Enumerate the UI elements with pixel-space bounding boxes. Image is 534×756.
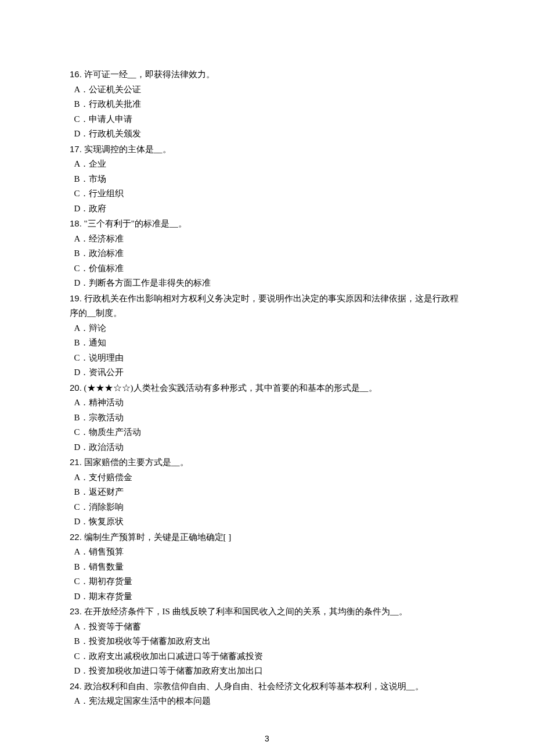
- question-text: 23. 在开放经济条件下，IS 曲线反映了利率和国民收入之间的关系，其均衡的条件…: [70, 604, 464, 620]
- questions-container: 16. 许可证一经__，即获得法律效力。A．公证机关公证B．行政机关批准C．申请…: [70, 67, 464, 709]
- question-block: 21. 国家赔偿的主要方式是__。A．支付赔偿金B．返还财产C．消除影响D．恢复…: [70, 455, 464, 530]
- answer-option: C．政府支出减税收加出口减进口等于储蓄减投资: [70, 649, 464, 664]
- answer-option: B．通知: [70, 336, 464, 351]
- question-number: 23.: [70, 606, 82, 616]
- answer-option: A．企业: [70, 157, 464, 172]
- answer-option: A．经济标准: [70, 232, 464, 247]
- answer-option: C．申请人申请: [70, 112, 464, 127]
- question-body: 国家赔偿的主要方式是__。: [82, 458, 189, 467]
- question-text: 21. 国家赔偿的主要方式是__。: [70, 455, 464, 470]
- question-number: 21.: [70, 457, 82, 467]
- answer-option: B．政治标准: [70, 246, 464, 261]
- answer-option: D．资讯公开: [70, 365, 464, 380]
- answer-option: A．宪法规定国家生活中的根本问题: [70, 694, 464, 709]
- question-block: 17. 实现调控的主体是__。A．企业B．市场C．行业组织D．政府: [70, 142, 464, 217]
- question-text: 16. 许可证一经__，即获得法律效力。: [70, 67, 464, 82]
- question-block: 24. 政治权利和自由、宗教信仰自由、人身自由、社会经济文化权利等基本权利，这说…: [70, 679, 464, 709]
- answer-option: C．期初存货量: [70, 574, 464, 589]
- question-number: 16.: [70, 69, 82, 79]
- question-text: 19. 行政机关在作出影响相对方权利义务决定时，要说明作出决定的事实原因和法律依…: [70, 291, 464, 321]
- answer-option: D．恢复原状: [70, 514, 464, 530]
- answer-option: D．行政机关颁发: [70, 127, 464, 142]
- question-text: 24. 政治权利和自由、宗教信仰自由、人身自由、社会经济文化权利等基本权利，这说…: [70, 679, 464, 694]
- question-body: "三个有利于"的标准是__。: [82, 219, 187, 228]
- question-text: 20. (★★★☆☆)人类社会实践活动有多种形式，其中首要的和基本的形式是__。: [70, 380, 464, 396]
- question-number: 20.: [70, 383, 82, 393]
- answer-option: A．支付赔偿金: [70, 470, 464, 485]
- question-body: 编制生产预算时，关键是正确地确定[ ]: [82, 532, 232, 542]
- answer-option: A．公证机关公证: [70, 82, 464, 98]
- question-body: 行政机关在作出影响相对方权利义务决定时，要说明作出决定的事实原因和法律依据，这是…: [70, 294, 459, 318]
- question-number: 24.: [70, 681, 82, 691]
- answer-option: D．政府: [70, 201, 464, 217]
- answer-option: B．市场: [70, 172, 464, 187]
- question-block: 22. 编制生产预算时，关键是正确地确定[ ]A．销售预算B．销售数量C．期初存…: [70, 530, 464, 604]
- answer-option: C．价值标准: [70, 261, 464, 276]
- question-text: 22. 编制生产预算时，关键是正确地确定[ ]: [70, 530, 464, 545]
- question-body: 在开放经济条件下，IS 曲线反映了利率和国民收入之间的关系，其均衡的条件为__。: [82, 607, 407, 616]
- question-block: 20. (★★★☆☆)人类社会实践活动有多种形式，其中首要的和基本的形式是__。…: [70, 380, 464, 455]
- answer-option: B．销售数量: [70, 560, 464, 575]
- answer-option: C．物质生产活动: [70, 425, 464, 440]
- question-block: 18. "三个有利于"的标准是__。A．经济标准B．政治标准C．价值标准D．判断…: [70, 216, 464, 291]
- answer-option: A．辩论: [70, 321, 464, 336]
- page-number: 3: [70, 732, 464, 746]
- document-page: 16. 许可证一经__，即获得法律效力。A．公证机关公证B．行政机关批准C．申请…: [0, 0, 534, 756]
- question-text: 17. 实现调控的主体是__。: [70, 142, 464, 157]
- answer-option: B．投资加税收等于储蓄加政府支出: [70, 634, 464, 649]
- question-number: 22.: [70, 532, 82, 542]
- answer-option: B．宗教活动: [70, 411, 464, 426]
- answer-option: A．销售预算: [70, 545, 464, 560]
- question-body: 实现调控的主体是__。: [82, 145, 171, 154]
- question-block: 16. 许可证一经__，即获得法律效力。A．公证机关公证B．行政机关批准C．申请…: [70, 67, 464, 142]
- answer-option: A．精神活动: [70, 395, 464, 411]
- answer-option: D．投资加税收加进口等于储蓄加政府支出加出口: [70, 664, 464, 679]
- answer-option: A．投资等于储蓄: [70, 620, 464, 635]
- answer-option: D．期末存货量: [70, 589, 464, 604]
- answer-option: C．行业组织: [70, 186, 464, 201]
- question-body: 政治权利和自由、宗教信仰自由、人身自由、社会经济文化权利等基本权利，这说明__。: [82, 682, 424, 691]
- question-text: 18. "三个有利于"的标准是__。: [70, 216, 464, 232]
- answer-option: C．说明理由: [70, 351, 464, 366]
- question-body: 许可证一经__，即获得法律效力。: [82, 70, 215, 79]
- answer-option: B．返还财产: [70, 485, 464, 500]
- answer-option: C．消除影响: [70, 500, 464, 515]
- question-block: 19. 行政机关在作出影响相对方权利义务决定时，要说明作出决定的事实原因和法律依…: [70, 291, 464, 380]
- question-body: (★★★☆☆)人类社会实践活动有多种形式，其中首要的和基本的形式是__。: [82, 383, 377, 393]
- answer-option: B．行政机关批准: [70, 97, 464, 112]
- answer-option: D．政治活动: [70, 440, 464, 455]
- question-number: 19.: [70, 293, 82, 303]
- question-block: 23. 在开放经济条件下，IS 曲线反映了利率和国民收入之间的关系，其均衡的条件…: [70, 604, 464, 679]
- answer-option: D．判断各方面工作是非得失的标准: [70, 276, 464, 291]
- question-number: 17.: [70, 144, 82, 154]
- question-number: 18.: [70, 218, 82, 228]
